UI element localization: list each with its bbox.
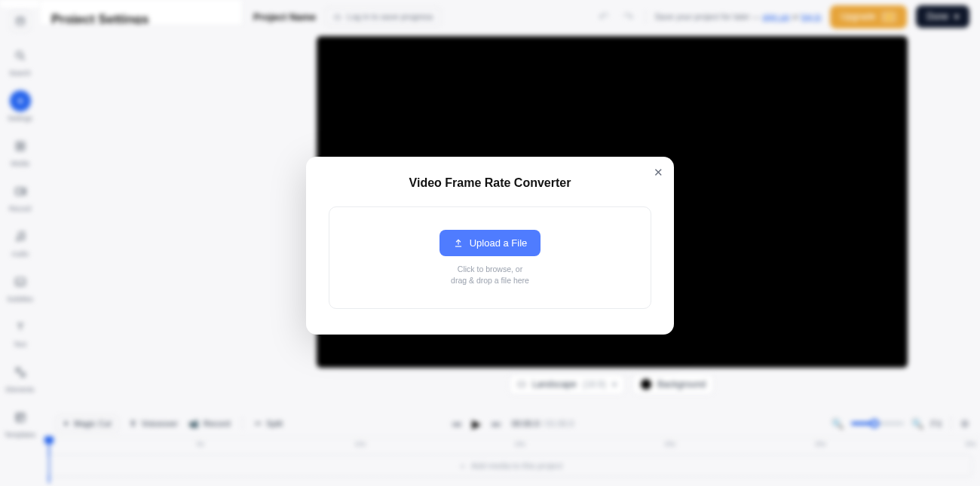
upload-icon [453,238,464,249]
frame-rate-converter-modal: ✕ Video Frame Rate Converter Upload a Fi… [306,157,674,335]
close-button[interactable]: ✕ [654,166,663,179]
modal-title: Video Frame Rate Converter [329,176,651,190]
upload-dropzone[interactable]: Upload a File Click to browse, or drag &… [329,206,651,309]
upload-hint: Click to browse, or drag & drop a file h… [451,264,529,285]
upload-file-button[interactable]: Upload a File [439,230,541,256]
